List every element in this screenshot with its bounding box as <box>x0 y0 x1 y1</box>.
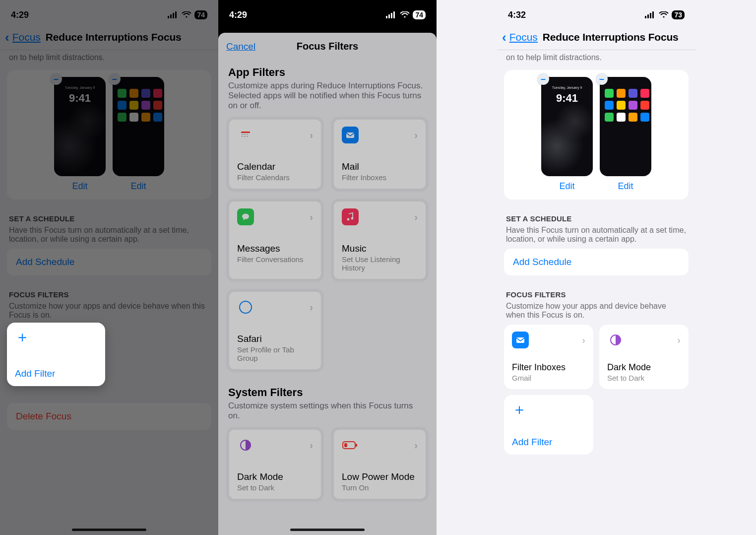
edit-home-screen[interactable]: Edit <box>130 181 146 192</box>
svg-rect-13 <box>247 134 248 135</box>
svg-rect-16 <box>247 136 248 137</box>
edit-lock-screen[interactable]: Edit <box>72 181 87 192</box>
signal-icon <box>168 11 179 18</box>
low-power-icon <box>342 437 359 454</box>
back-link[interactable]: Focus <box>12 31 41 43</box>
home-indicator[interactable] <box>290 529 365 531</box>
svg-point-18 <box>242 214 249 219</box>
panel-3-focus-settings: 4:32 73 ‹ Focus Reduce Interruptions Foc… <box>437 0 756 535</box>
svg-rect-3 <box>175 11 177 18</box>
remove-home-screen-badge[interactable]: – <box>596 73 608 85</box>
svg-rect-8 <box>393 11 395 18</box>
app-filters-title: App Filters <box>218 59 437 80</box>
signal-icon <box>386 11 397 18</box>
svg-point-19 <box>347 218 350 221</box>
add-filter-card[interactable]: ＋ Add Filter <box>7 323 105 386</box>
back-chevron-icon[interactable]: ‹ <box>5 31 9 44</box>
svg-rect-10 <box>241 132 250 133</box>
status-bar: 4:29 74 <box>0 0 218 24</box>
svg-rect-6 <box>388 14 390 18</box>
chevron-right-icon: › <box>310 130 313 141</box>
delete-focus-row[interactable]: Delete Focus <box>7 403 211 430</box>
messages-icon <box>237 208 254 225</box>
home-indicator[interactable] <box>72 529 146 531</box>
chevron-right-icon: › <box>310 302 313 313</box>
nav-bar: ‹ Focus Reduce Interruptions Focus <box>497 24 695 50</box>
safari-icon <box>237 299 254 316</box>
hint-text: on to help limit distractions. <box>0 50 218 67</box>
svg-rect-28 <box>647 14 649 18</box>
schedule-sub: Have this Focus turn on automatically at… <box>497 225 695 249</box>
svg-rect-30 <box>652 11 654 18</box>
svg-rect-15 <box>244 136 246 137</box>
add-filter-label: Add Filter <box>512 437 585 448</box>
chevron-right-icon: › <box>310 211 313 223</box>
cancel-button[interactable]: Cancel <box>226 41 255 52</box>
filter-messages[interactable]: › Messages Filter Conversations <box>226 199 324 282</box>
remove-lock-screen-badge[interactable]: – <box>50 73 62 85</box>
dark-mode-icon <box>237 437 254 454</box>
filter-low-power[interactable]: › Low Power Mode Turn On <box>331 427 429 502</box>
add-filter-card[interactable]: ＋ Add Filter <box>504 395 593 455</box>
edit-lock-screen[interactable]: Edit <box>559 181 574 192</box>
svg-rect-25 <box>356 444 357 447</box>
system-filters-sub: Customize system settings when this Focu… <box>218 400 437 427</box>
schedule-header: SET A SCHEDULE <box>0 200 218 225</box>
dark-mode-icon <box>607 332 624 348</box>
calendar-icon <box>237 127 254 143</box>
app-filters-sub: Customize apps during Reduce Interruptio… <box>218 80 437 117</box>
home-screen-preview[interactable] <box>113 77 164 176</box>
back-link[interactable]: Focus <box>509 31 538 43</box>
mail-icon <box>512 332 529 348</box>
svg-rect-11 <box>242 134 243 135</box>
svg-point-20 <box>351 217 354 220</box>
filters-sub: Customize how your apps and device behav… <box>0 301 218 325</box>
lock-screen-preview[interactable]: Tuesday, January 9 9:41 <box>541 77 593 176</box>
status-time: 4:29 <box>229 10 247 20</box>
hint-text: on to help limit distractions. <box>497 50 695 67</box>
add-schedule-row[interactable]: Add Schedule <box>504 249 689 275</box>
wifi-icon <box>182 11 191 18</box>
lock-screen-preview[interactable]: Tuesday, January 9 9:41 <box>54 77 106 176</box>
sheet-nav: Cancel Focus Filters <box>218 33 437 59</box>
dark-mode-card[interactable]: › Dark Mode Set to Dark <box>599 325 689 389</box>
svg-rect-26 <box>344 443 347 447</box>
filter-mail[interactable]: › Mail Filter Inboxes <box>331 117 429 192</box>
svg-rect-0 <box>168 16 169 18</box>
back-chevron-icon[interactable]: ‹ <box>502 31 506 44</box>
edit-home-screen[interactable]: Edit <box>618 181 633 192</box>
filter-music[interactable]: › Music Set Use Listening History <box>331 199 429 282</box>
home-screen-preview[interactable] <box>600 77 651 176</box>
chevron-right-icon: › <box>582 334 585 346</box>
svg-rect-5 <box>386 16 387 18</box>
battery-icon: 74 <box>413 10 426 19</box>
filters-header: FOCUS FILTERS <box>497 275 695 301</box>
sheet-title: Focus Filters <box>297 41 358 52</box>
panel-2-focus-filters-sheet: 4:29 74 Cancel Focus Filters App Filters… <box>218 0 437 535</box>
remove-home-screen-badge[interactable]: – <box>109 73 121 85</box>
signal-icon <box>645 11 656 18</box>
add-filter-label: Add Filter <box>15 368 97 379</box>
svg-rect-12 <box>244 134 246 135</box>
svg-rect-17 <box>346 133 354 138</box>
add-schedule-row[interactable]: Add Schedule <box>7 249 211 275</box>
focus-filters-sheet: Cancel Focus Filters App Filters Customi… <box>218 33 437 535</box>
filter-inboxes-card[interactable]: › Filter Inboxes Gmail <box>504 325 593 389</box>
filter-safari[interactable]: › Safari Set Profile or Tab Group <box>226 289 324 372</box>
screen-customize-card: – Tuesday, January 9 9:41 Edit – Edit <box>7 70 211 200</box>
status-time: 4:32 <box>508 10 526 20</box>
chevron-right-icon: › <box>414 440 418 451</box>
wifi-icon <box>659 11 669 18</box>
filter-calendar[interactable]: › Calendar Filter Calendars <box>226 117 324 192</box>
status-bar: 4:32 73 <box>497 0 695 24</box>
panel-1-focus-settings: 4:29 74 ‹ Focus Reduce Interruptions Foc… <box>0 0 218 535</box>
filter-dark-mode[interactable]: › Dark Mode Set to Dark <box>226 427 324 502</box>
nav-title: Reduce Interruptions Focus <box>543 31 679 43</box>
battery-icon: 74 <box>194 10 207 19</box>
svg-rect-29 <box>650 13 651 18</box>
svg-point-9 <box>404 16 406 17</box>
remove-lock-screen-badge[interactable]: – <box>537 73 549 85</box>
svg-point-4 <box>186 16 188 17</box>
svg-rect-14 <box>242 136 243 137</box>
chevron-right-icon: › <box>414 211 418 223</box>
